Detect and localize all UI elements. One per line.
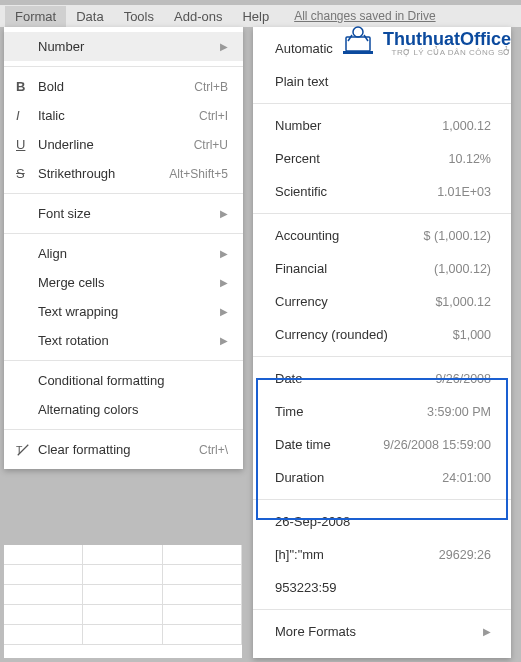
menu-item-merge-cells[interactable]: Merge cells ▶ <box>4 268 243 297</box>
number-item-scientific[interactable]: Scientific 1.01E+03 <box>253 175 511 208</box>
menu-data[interactable]: Data <box>66 6 113 27</box>
rotation-label: Text rotation <box>38 333 220 348</box>
strike-icon: S <box>16 166 38 181</box>
menu-help[interactable]: Help <box>232 6 279 27</box>
submenu-arrow-icon: ▶ <box>220 208 228 219</box>
menu-item-align[interactable]: Align ▶ <box>4 239 243 268</box>
menu-item-clear-formatting[interactable]: T Clear formatting Ctrl+\ <box>4 435 243 464</box>
italic-shortcut: Ctrl+I <box>199 109 228 123</box>
clear-label: Clear formatting <box>38 442 199 457</box>
number-item-custom-1[interactable]: 26-Sep-2008 <box>253 505 511 538</box>
svg-point-2 <box>353 27 363 37</box>
number-item-time[interactable]: Time 3:59:00 PM <box>253 395 511 428</box>
menu-item-text-rotation[interactable]: Text rotation ▶ <box>4 326 243 355</box>
underline-icon: U <box>16 137 38 152</box>
more-formats-label: More Formats <box>275 624 483 639</box>
underline-shortcut: Ctrl+U <box>194 138 228 152</box>
number-item-custom-3[interactable]: 953223:59 <box>253 571 511 604</box>
number-item-accounting[interactable]: Accounting $ (1,000.12) <box>253 219 511 252</box>
menu-item-bold[interactable]: B Bold Ctrl+B <box>4 72 243 101</box>
strike-shortcut: Alt+Shift+5 <box>169 167 228 181</box>
number-item-more-formats[interactable]: More Formats ▶ <box>253 615 511 648</box>
merge-label: Merge cells <box>38 275 220 290</box>
conditional-label: Conditional formatting <box>38 373 228 388</box>
italic-label: Italic <box>38 108 199 123</box>
number-item-number[interactable]: Number 1,000.12 <box>253 109 511 142</box>
bold-shortcut: Ctrl+B <box>194 80 228 94</box>
svg-rect-1 <box>343 51 373 54</box>
menu-item-text-wrapping[interactable]: Text wrapping ▶ <box>4 297 243 326</box>
number-item-duration[interactable]: Duration 24:01:00 <box>253 461 511 494</box>
number-item-currency-rounded[interactable]: Currency (rounded) $1,000 <box>253 318 511 351</box>
menu-item-underline[interactable]: U Underline Ctrl+U <box>4 130 243 159</box>
svg-line-3 <box>348 35 352 41</box>
submenu-arrow-icon: ▶ <box>220 306 228 317</box>
align-label: Align <box>38 246 220 261</box>
format-dropdown: Number ▶ B Bold Ctrl+B I Italic Ctrl+I U… <box>4 27 243 469</box>
number-item-date-time[interactable]: Date time 9/26/2008 15:59:00 <box>253 428 511 461</box>
watermark-logo: ThuthuatOffice TRỢ LÝ CỦA DÂN CÔNG SỞ <box>338 25 511 61</box>
number-item-percent[interactable]: Percent 10.12% <box>253 142 511 175</box>
svg-line-4 <box>364 35 368 41</box>
wrap-label: Text wrapping <box>38 304 220 319</box>
submenu-arrow-icon: ▶ <box>220 41 228 52</box>
menu-item-strikethrough[interactable]: S Strikethrough Alt+Shift+5 <box>4 159 243 188</box>
clear-format-icon: T <box>16 443 38 457</box>
bold-icon: B <box>16 79 38 94</box>
font-size-label: Font size <box>38 206 220 221</box>
number-submenu: Automatic Plain text Number 1,000.12 Per… <box>253 27 511 658</box>
logo-subtitle: TRỢ LÝ CỦA DÂN CÔNG SỞ <box>378 48 511 57</box>
menubar: Format Data Tools Add-ons Help All chang… <box>0 5 521 27</box>
submenu-arrow-icon: ▶ <box>483 626 491 637</box>
submenu-arrow-icon: ▶ <box>220 335 228 346</box>
submenu-arrow-icon: ▶ <box>220 277 228 288</box>
clear-shortcut: Ctrl+\ <box>199 443 228 457</box>
submenu-arrow-icon: ▶ <box>220 248 228 259</box>
number-label: Number <box>38 39 220 54</box>
menu-tools[interactable]: Tools <box>114 6 164 27</box>
laptop-icon <box>338 25 378 61</box>
number-item-plain-text[interactable]: Plain text <box>253 65 511 98</box>
italic-icon: I <box>16 108 38 123</box>
menu-addons[interactable]: Add-ons <box>164 6 232 27</box>
plain-label: Plain text <box>275 74 491 89</box>
number-item-currency[interactable]: Currency $1,000.12 <box>253 285 511 318</box>
strike-label: Strikethrough <box>38 166 169 181</box>
menu-item-conditional-formatting[interactable]: Conditional formatting <box>4 366 243 395</box>
altcolors-label: Alternating colors <box>38 402 228 417</box>
bold-label: Bold <box>38 79 194 94</box>
menu-format[interactable]: Format <box>5 6 66 27</box>
menu-item-alternating-colors[interactable]: Alternating colors <box>4 395 243 424</box>
menu-item-number[interactable]: Number ▶ <box>4 32 243 61</box>
underline-label: Underline <box>38 137 194 152</box>
logo-title: ThuthuatOffice <box>383 29 511 50</box>
drive-status: All changes saved in Drive <box>294 9 435 23</box>
menu-item-italic[interactable]: I Italic Ctrl+I <box>4 101 243 130</box>
spreadsheet-grid[interactable] <box>4 545 242 658</box>
number-item-financial[interactable]: Financial (1,000.12) <box>253 252 511 285</box>
number-item-custom-2[interactable]: [h]":"mm 29629:26 <box>253 538 511 571</box>
number-item-date[interactable]: Date 9/26/2008 <box>253 362 511 395</box>
menu-item-font-size[interactable]: Font size ▶ <box>4 199 243 228</box>
